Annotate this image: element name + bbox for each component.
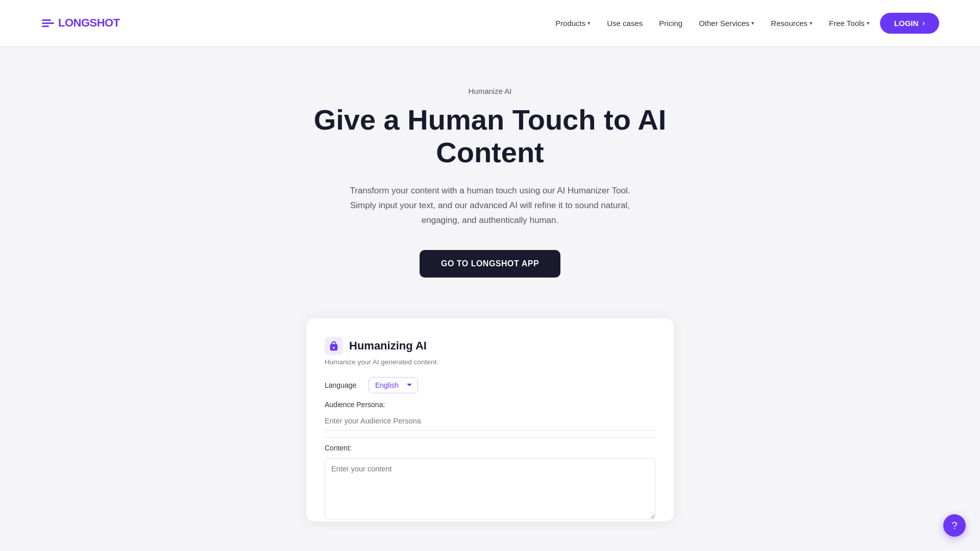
content-label: Content: [325, 444, 655, 452]
nav-products[interactable]: Products ▾ [549, 15, 597, 32]
humanize-card: Humanizing AI Humanize your AI generated… [306, 318, 674, 521]
hero-title: Give a Human Touch to AI Content [296, 104, 684, 169]
card-icon [325, 337, 343, 355]
logo-link[interactable]: LONGSHOT [41, 16, 120, 30]
hero-section: Humanize AI Give a Human Touch to AI Con… [0, 46, 980, 298]
logo-text: LONGSHOT [58, 16, 120, 30]
nav-pricing[interactable]: Pricing [653, 15, 689, 32]
svg-rect-0 [42, 19, 51, 21]
free-tools-chevron-icon: ▾ [867, 20, 870, 27]
divider [325, 437, 655, 438]
help-icon: ? [951, 520, 957, 532]
hero-description: Transform your content with a human touc… [347, 184, 633, 228]
navbar: LONGSHOT Products ▾ Use cases Pricing Ot… [0, 0, 980, 46]
content-textarea[interactable] [325, 458, 655, 519]
card-header: Humanizing AI [325, 337, 655, 355]
svg-rect-1 [42, 22, 54, 24]
content-field-block: Content: [325, 444, 655, 521]
audience-label: Audience Persona: [325, 400, 655, 409]
language-row: Language English Spanish French German [325, 377, 655, 393]
products-chevron-icon: ▾ [587, 20, 591, 27]
svg-rect-2 [42, 26, 49, 27]
language-label: Language [325, 381, 360, 389]
logo-icon [41, 16, 55, 30]
login-button[interactable]: LOGIN › [880, 13, 939, 34]
card-subtitle: Humanize your AI generated content. [325, 358, 655, 366]
audience-field-block: Audience Persona: [325, 400, 655, 431]
hero-eyebrow: Humanize AI [468, 87, 511, 95]
login-arrow-icon: › [922, 19, 925, 27]
nav-resources[interactable]: Resources ▾ [765, 15, 819, 32]
cta-button[interactable]: GO TO LONGSHOT APP [420, 250, 560, 278]
help-bubble[interactable]: ? [943, 514, 966, 537]
nav-other-services[interactable]: Other Services ▾ [693, 15, 761, 32]
card-title: Humanizing AI [349, 339, 427, 353]
nav-free-tools[interactable]: Free Tools ▾ [823, 15, 876, 32]
nav-use-cases[interactable]: Use cases [601, 15, 649, 32]
other-services-chevron-icon: ▾ [751, 20, 754, 27]
language-select[interactable]: English Spanish French German [369, 377, 418, 393]
audience-input[interactable] [325, 412, 655, 431]
resources-chevron-icon: ▾ [810, 20, 813, 27]
nav-links: Products ▾ Use cases Pricing Other Servi… [549, 13, 939, 34]
